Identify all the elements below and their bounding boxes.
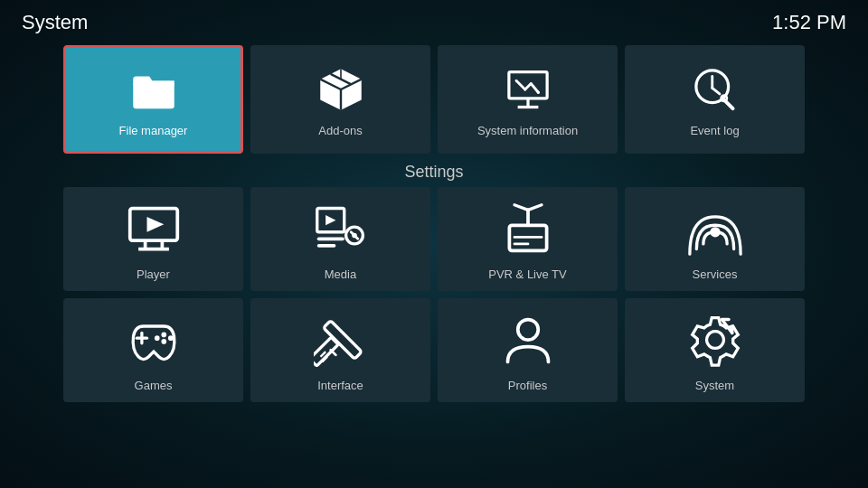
svg-point-43 bbox=[154, 335, 159, 341]
tile-player-label: Player bbox=[137, 267, 170, 281]
tile-profiles[interactable]: Profiles bbox=[438, 298, 618, 402]
tile-system-information-label: System information bbox=[477, 124, 578, 137]
svg-line-16 bbox=[712, 88, 719, 94]
app-header: System 1:52 PM bbox=[0, 0, 868, 42]
tile-media[interactable]: Media bbox=[250, 187, 430, 291]
tile-games-label: Games bbox=[135, 379, 173, 392]
pencil-ruler-icon bbox=[309, 308, 373, 371]
tile-player[interactable]: Player bbox=[63, 187, 243, 291]
settings-grid: Player Media bbox=[0, 187, 868, 402]
tile-system-information[interactable]: System information bbox=[438, 45, 618, 154]
settings-section-label: Settings bbox=[0, 163, 868, 182]
svg-rect-27 bbox=[316, 244, 335, 248]
monitor-play-icon bbox=[122, 197, 185, 260]
svg-rect-26 bbox=[316, 237, 344, 240]
svg-point-13 bbox=[536, 90, 539, 93]
clock-search-icon bbox=[688, 62, 742, 117]
box-icon bbox=[314, 62, 368, 117]
tile-add-ons[interactable]: Add-ons bbox=[250, 45, 430, 154]
app-title: System bbox=[22, 11, 88, 34]
svg-line-12 bbox=[531, 83, 538, 92]
svg-rect-46 bbox=[314, 337, 338, 366]
tile-services[interactable]: Services bbox=[625, 187, 805, 291]
tile-pvr-live-tv[interactable]: PVR & Live TV bbox=[438, 187, 618, 291]
tile-add-ons-label: Add-ons bbox=[318, 124, 362, 137]
tile-event-log-label: Event log bbox=[690, 124, 739, 137]
tile-system-label: System bbox=[695, 379, 734, 392]
tile-media-label: Media bbox=[325, 267, 356, 281]
tile-interface[interactable]: Interface bbox=[250, 298, 430, 402]
svg-line-34 bbox=[528, 205, 542, 211]
svg-point-41 bbox=[167, 335, 173, 341]
tile-event-log[interactable]: Event log bbox=[625, 45, 805, 154]
tile-file-manager-label: File manager bbox=[119, 124, 188, 137]
tile-services-label: Services bbox=[693, 267, 738, 281]
tile-games[interactable]: Games bbox=[63, 298, 243, 402]
svg-line-33 bbox=[514, 205, 528, 211]
gamepad-icon bbox=[122, 308, 185, 371]
svg-marker-25 bbox=[326, 215, 335, 225]
settings-row-1: Player Media bbox=[63, 187, 805, 291]
gear-fork-icon bbox=[684, 308, 747, 371]
tile-pvr-live-tv-label: PVR & Live TV bbox=[488, 267, 566, 281]
svg-line-10 bbox=[516, 80, 525, 89]
tile-profiles-label: Profiles bbox=[508, 379, 547, 392]
svg-point-42 bbox=[161, 339, 166, 344]
svg-point-49 bbox=[517, 320, 538, 341]
settings-row-2: Games Interface bbox=[63, 298, 805, 402]
broadcast-icon bbox=[684, 197, 747, 260]
tile-interface-label: Interface bbox=[317, 379, 363, 392]
tile-file-manager[interactable]: File manager bbox=[63, 45, 243, 154]
folder-icon bbox=[127, 62, 181, 117]
svg-rect-0 bbox=[133, 81, 175, 108]
top-tiles-row: File manager Add-ons bbox=[0, 45, 868, 154]
svg-point-30 bbox=[352, 233, 357, 239]
tv-antenna-icon bbox=[496, 197, 560, 260]
person-icon bbox=[496, 308, 560, 371]
tile-system[interactable]: System bbox=[625, 298, 805, 402]
svg-point-40 bbox=[161, 333, 166, 338]
media-icon bbox=[309, 197, 373, 260]
presentation-icon bbox=[501, 62, 555, 117]
clock: 1:52 PM bbox=[772, 11, 846, 34]
svg-marker-20 bbox=[146, 217, 164, 232]
